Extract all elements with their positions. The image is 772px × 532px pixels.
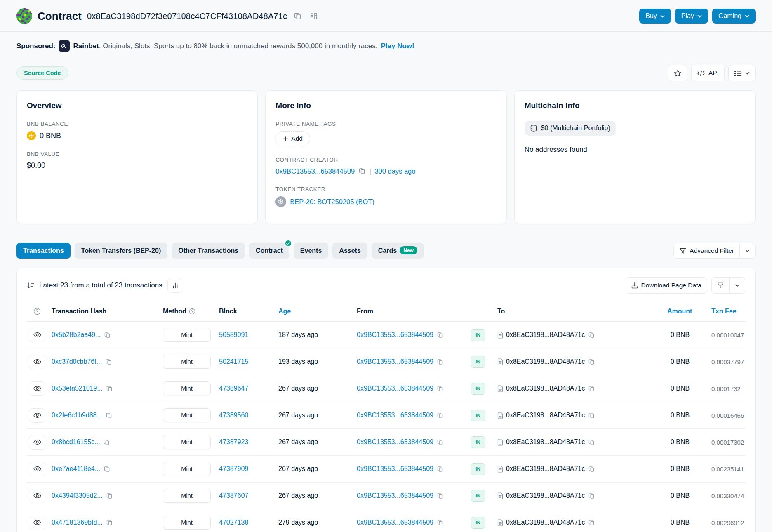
- transaction-hash-link[interactable]: 0xe7ae4118e4...: [52, 465, 100, 473]
- view-transaction-button[interactable]: [29, 489, 45, 503]
- column-age[interactable]: Age: [278, 308, 353, 315]
- transaction-hash-link[interactable]: 0x5b28b2aa49...: [52, 331, 101, 339]
- copy-transaction-hash-icon[interactable]: [106, 492, 113, 500]
- source-code-badge[interactable]: Source Code: [16, 66, 68, 80]
- method-badge[interactable]: Mint: [163, 328, 211, 342]
- copy-transaction-hash-icon[interactable]: [106, 385, 113, 393]
- view-transaction-button[interactable]: [29, 355, 45, 369]
- copy-transaction-hash-icon[interactable]: [105, 358, 113, 366]
- favorite-button[interactable]: [668, 65, 687, 81]
- from-address-link[interactable]: 0x9BC13553...653844509: [357, 438, 433, 446]
- tab-contract[interactable]: Contract: [249, 243, 290, 259]
- creation-time-link[interactable]: 300 days ago: [374, 167, 415, 175]
- tab-other-transactions[interactable]: Other Transactions: [172, 243, 245, 259]
- copy-from-address-icon[interactable]: [436, 412, 444, 419]
- download-page-data-button[interactable]: Download Page Data: [626, 277, 708, 294]
- method-badge[interactable]: Mint: [163, 489, 211, 503]
- transaction-hash-link[interactable]: 0x8bcd16155c...: [52, 438, 100, 446]
- copy-transaction-hash-icon[interactable]: [106, 519, 113, 527]
- copy-to-address-icon[interactable]: [588, 358, 595, 366]
- api-button[interactable]: API: [691, 65, 725, 81]
- transaction-hash-link[interactable]: 0x2fe6c1b9d88...: [52, 412, 102, 419]
- copy-to-address-icon[interactable]: [588, 438, 595, 446]
- block-link[interactable]: 50241715: [219, 358, 248, 365]
- tab-assets[interactable]: Assets: [332, 243, 367, 259]
- block-link[interactable]: 47389647: [219, 385, 248, 392]
- tab-cards[interactable]: CardsNew: [372, 243, 424, 259]
- copy-to-address-icon[interactable]: [588, 465, 595, 473]
- tab-token-transfers[interactable]: Token Transfers (BEP-20): [75, 243, 168, 259]
- copy-to-address-icon[interactable]: [588, 492, 595, 500]
- method-badge[interactable]: Mint: [163, 381, 211, 395]
- txn-fee-text: 0.00296912: [711, 519, 744, 526]
- from-address-link[interactable]: 0x9BC13553...653844509: [357, 385, 433, 392]
- block-link[interactable]: 47389560: [219, 412, 248, 419]
- copy-transaction-hash-icon[interactable]: [103, 438, 111, 446]
- block-link[interactable]: 50589091: [219, 331, 248, 339]
- play-menu-button[interactable]: Play: [675, 9, 708, 24]
- transaction-hash-link[interactable]: 0xc37d0cbb76f...: [52, 358, 102, 365]
- advanced-filter-main[interactable]: Advanced Filter: [674, 243, 739, 258]
- tab-transactions[interactable]: Transactions: [16, 243, 71, 259]
- qr-code-icon[interactable]: [308, 11, 319, 21]
- view-transaction-button[interactable]: [29, 516, 45, 530]
- from-address-link[interactable]: 0x9BC13553...653844509: [357, 331, 433, 339]
- copy-from-address-icon[interactable]: [436, 438, 444, 446]
- transaction-hash-link[interactable]: 0x4394f3305d2...: [52, 492, 103, 499]
- method-badge[interactable]: Mint: [163, 516, 211, 530]
- checklist-menu-button[interactable]: [728, 65, 756, 81]
- buy-menu-button[interactable]: Buy: [639, 9, 671, 24]
- method-badge[interactable]: Mint: [163, 408, 211, 422]
- transaction-row: 0x2fe6c1b9d88...Mint47389560267 days ago…: [27, 402, 745, 429]
- transaction-hash-link[interactable]: 0x47181369bfd...: [52, 519, 103, 526]
- copy-to-address-icon[interactable]: [588, 519, 595, 527]
- transaction-hash-link[interactable]: 0x53efa521019...: [52, 385, 103, 392]
- method-badge[interactable]: Mint: [163, 435, 211, 449]
- chart-view-button[interactable]: [167, 278, 183, 293]
- add-name-tag-button[interactable]: Add: [275, 131, 310, 146]
- copy-address-icon[interactable]: [292, 11, 303, 21]
- column-amount[interactable]: Amount: [667, 308, 711, 315]
- table-filter-chevron[interactable]: [729, 278, 745, 293]
- copy-creator-address-icon[interactable]: [358, 167, 366, 175]
- contract-file-icon: [497, 439, 503, 446]
- copy-from-address-icon[interactable]: [436, 358, 444, 366]
- method-badge[interactable]: Mint: [163, 355, 211, 369]
- block-link[interactable]: 47387909: [219, 465, 248, 473]
- token-tracker-link[interactable]: BEP-20: BOT250205 (BOT): [290, 198, 374, 206]
- copy-transaction-hash-icon[interactable]: [103, 465, 111, 473]
- column-txn-fee[interactable]: Txn Fee: [711, 308, 746, 315]
- copy-from-address-icon[interactable]: [436, 385, 444, 393]
- view-transaction-button[interactable]: [29, 328, 45, 342]
- copy-from-address-icon[interactable]: [436, 519, 444, 527]
- from-address-link[interactable]: 0x9BC13553...653844509: [357, 412, 433, 419]
- copy-from-address-icon[interactable]: [436, 331, 444, 339]
- copy-to-address-icon[interactable]: [588, 331, 595, 339]
- view-transaction-button[interactable]: [29, 381, 45, 396]
- view-transaction-button[interactable]: [29, 435, 45, 450]
- view-transaction-button[interactable]: [29, 462, 45, 476]
- copy-from-address-icon[interactable]: [436, 492, 444, 500]
- tab-events[interactable]: Events: [294, 243, 328, 259]
- play-now-link[interactable]: Play Now!: [381, 42, 414, 50]
- amount-text: 0 BNB: [671, 412, 690, 419]
- block-link[interactable]: 47027138: [219, 519, 248, 526]
- from-address-link[interactable]: 0x9BC13553...653844509: [357, 465, 433, 473]
- copy-from-address-icon[interactable]: [436, 465, 444, 473]
- multichain-portfolio-button[interactable]: $0 (Multichain Portfolio): [525, 121, 616, 136]
- copy-to-address-icon[interactable]: [588, 385, 595, 393]
- from-address-link[interactable]: 0x9BC13553...653844509: [357, 519, 433, 526]
- block-link[interactable]: 47387923: [219, 438, 248, 446]
- from-address-link[interactable]: 0x9BC13553...653844509: [357, 492, 433, 499]
- from-address-link[interactable]: 0x9BC13553...653844509: [357, 358, 433, 365]
- block-link[interactable]: 47387607: [219, 492, 248, 499]
- gaming-menu-button[interactable]: Gaming: [712, 9, 756, 24]
- advanced-filter-chevron[interactable]: [739, 243, 755, 258]
- copy-transaction-hash-icon[interactable]: [105, 412, 113, 419]
- method-badge[interactable]: Mint: [163, 462, 211, 476]
- copy-transaction-hash-icon[interactable]: [104, 331, 111, 339]
- table-filter-funnel[interactable]: [712, 278, 729, 293]
- view-transaction-button[interactable]: [29, 408, 45, 423]
- copy-to-address-icon[interactable]: [588, 412, 595, 419]
- creator-address-link[interactable]: 0x9BC13553...653844509: [275, 167, 355, 175]
